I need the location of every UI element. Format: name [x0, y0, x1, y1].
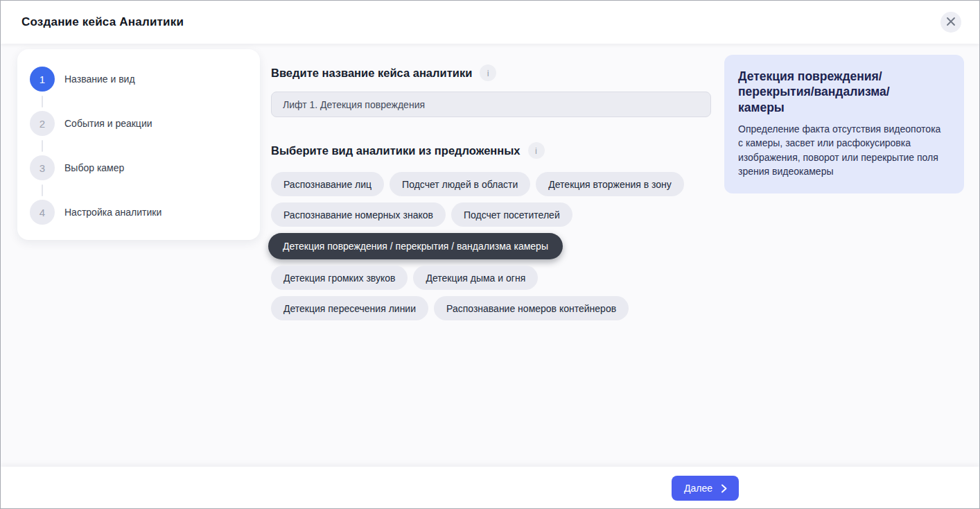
case-name-heading: Введите название кейса аналитики i — [271, 64, 496, 81]
chevron-right-icon — [719, 483, 729, 494]
stepper-item-camera-selection[interactable]: 3 Выбор камер — [30, 155, 124, 180]
title-line: перекрытия/вандализма/ — [738, 84, 950, 99]
stepper-card: 1 Название и вид 2 События и реакции 3 В… — [17, 49, 260, 240]
create-analytics-case-dialog: { "window": { "title": "Создание кейса А… — [0, 0, 980, 509]
chip-zone-intrusion-detection[interactable]: Детекция вторжения в зону — [536, 172, 684, 196]
title-line: Детекция повреждения/ — [738, 69, 950, 84]
step-label: Настройка аналитики — [64, 207, 161, 218]
chip-smoke-fire-detection[interactable]: Детекция дыма и огня — [413, 266, 538, 290]
analytics-type-chips: Распознавание лиц Подсчет людей в област… — [271, 172, 715, 320]
step-label: Выбор камер — [64, 162, 124, 173]
stepper-item-events-and-reactions[interactable]: 2 События и реакции — [30, 111, 152, 136]
chip-row: Детекция повреждения / перекрытия / ванд… — [271, 233, 715, 259]
step-label: Название и вид — [64, 74, 135, 85]
chip-row: Детекция пересечения линии Распознавание… — [271, 296, 715, 320]
chip-loud-sound-detection[interactable]: Детекция громких звуков — [271, 266, 408, 290]
close-icon — [946, 17, 956, 28]
stepper-item-analytics-settings[interactable]: 4 Настройка аналитики — [30, 200, 161, 225]
close-button[interactable] — [940, 12, 961, 33]
title-line: камеры — [738, 100, 950, 115]
analytics-description-text: Определение факта отсутствия видеопотока… — [738, 122, 946, 178]
step-number-badge: 1 — [30, 67, 55, 92]
analytics-type-heading-text: Выберите вид аналитики из предложенных — [271, 144, 520, 157]
chip-row: Распознавание номерных знаков Подсчет по… — [271, 202, 715, 227]
step-connector — [42, 140, 43, 152]
step-number-badge: 4 — [30, 200, 55, 225]
analytics-description-panel: Детекция повреждения/ перекрытия/вандали… — [724, 55, 964, 193]
next-button-label: Далее — [684, 483, 712, 494]
info-icon[interactable]: i — [528, 142, 545, 159]
step-number-badge: 3 — [30, 155, 55, 180]
dialog-content: 1 Название и вид 2 События и реакции 3 В… — [1, 44, 979, 467]
chip-container-number-recognition[interactable]: Распознавание номеров контейнеров — [434, 296, 629, 320]
case-name-input[interactable] — [271, 92, 711, 117]
info-icon[interactable]: i — [480, 64, 496, 81]
dialog-footer: Далее — [1, 467, 979, 509]
step-number-badge: 2 — [30, 111, 55, 136]
analytics-description-title: Детекция повреждения/ перекрытия/вандали… — [738, 69, 950, 115]
analytics-type-heading: Выберите вид аналитики из предложенных i — [271, 142, 545, 159]
chip-face-recognition[interactable]: Распознавание лиц — [271, 172, 384, 196]
case-name-heading-text: Введите название кейса аналитики — [271, 67, 472, 80]
step-connector — [42, 184, 43, 196]
step-connector — [42, 96, 43, 107]
dialog-title: Создание кейса Аналитики — [21, 15, 184, 29]
chip-visitor-count[interactable]: Подсчет посетителей — [451, 202, 572, 227]
chip-camera-damage-detection-selected[interactable]: Детекция повреждения / перекрытия / ванд… — [268, 233, 563, 259]
chip-row: Распознавание лиц Подсчет людей в област… — [271, 172, 715, 196]
chip-license-plate-recognition[interactable]: Распознавание номерных знаков — [271, 202, 446, 227]
chip-row: Детекция громких звуков Детекция дыма и … — [271, 266, 715, 290]
step-label: События и реакции — [64, 118, 152, 129]
next-button[interactable]: Далее — [672, 476, 739, 501]
dialog-header: Создание кейса Аналитики — [1, 1, 979, 44]
chip-line-crossing-detection[interactable]: Детекция пересечения линии — [271, 296, 428, 320]
chip-people-count-in-area[interactable]: Подсчет людей в области — [390, 172, 530, 196]
stepper-item-name-and-type[interactable]: 1 Название и вид — [30, 67, 135, 92]
